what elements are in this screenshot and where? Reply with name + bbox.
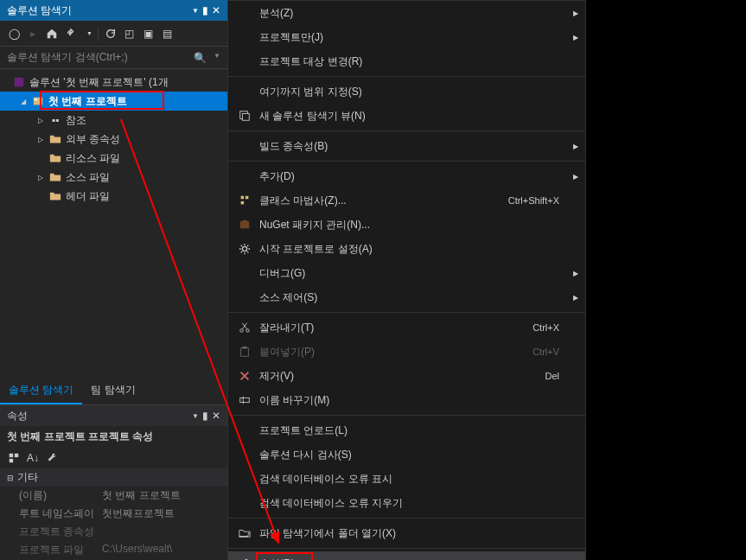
submenu-icon: ▶ [573, 270, 578, 277]
menu-item-시작프로젝트로설정a[interactable]: 시작 프로젝트로 설정(A) [228, 237, 585, 261]
back-icon[interactable]: ◯ [7, 27, 21, 41]
menu-item-새솔루션탐색기뷰n[interactable]: 새 솔루션 탐색기 뷰(N) [228, 104, 585, 128]
header-files-node[interactable]: 헤더 파일 [0, 187, 227, 206]
menu-item-솔루션다시검사s[interactable]: 솔루션 다시 검사(S) [228, 442, 585, 467]
props-row[interactable]: 루트 네임스페이첫번째프로젝트 [0, 505, 227, 523]
tab-solution-explorer[interactable]: 솔루션 탐색기 [0, 378, 82, 404]
pin-icon[interactable]: ▮ [202, 410, 208, 422]
svg-point-13 [240, 329, 244, 333]
refresh-icon[interactable] [104, 27, 118, 41]
references-icon: ▪▪ [48, 113, 62, 127]
menu-item-속성r[interactable]: 속성(R)Alt+Enter [228, 551, 585, 560]
source-files-node[interactable]: ▷ 소스 파일 [0, 168, 227, 187]
menu-label: 디버그(G) [259, 266, 559, 281]
menu-separator [228, 548, 585, 549]
props-key: 루트 네임스페이 [7, 506, 102, 521]
new-view-icon [235, 110, 254, 122]
menu-shortcut: Ctrl+V [532, 347, 559, 357]
context-menu: 분석(Z)▶프로젝트만(J)▶프로젝트 대상 변경(R)여기까지 범위 지정(S… [227, 0, 586, 560]
resource-files-node[interactable]: 리소스 파일 [0, 149, 227, 168]
expand-icon[interactable]: ◢ [21, 98, 31, 105]
props-row[interactable]: 프로젝트 파일C:\Users\wealt\ [0, 541, 227, 559]
svg-rect-7 [242, 113, 249, 120]
close-icon[interactable]: ✕ [212, 4, 220, 16]
menu-item-분석z[interactable]: 분석(Z)▶ [228, 1, 585, 25]
solution-node[interactable]: 솔루션 '첫 번째 프로젝트' (1개 [0, 73, 227, 92]
external-deps-node[interactable]: ▷ 외부 종속성 [0, 130, 227, 149]
close-icon[interactable]: ✕ [212, 410, 220, 422]
sync-icon[interactable] [64, 27, 78, 41]
search-dropdown-icon[interactable]: ▼ [214, 52, 220, 64]
svg-rect-2 [35, 99, 38, 100]
expand-icon[interactable]: ▷ [38, 136, 48, 143]
menu-item-프로젝트만j[interactable]: 프로젝트만(J)▶ [228, 25, 585, 49]
menu-highlight [256, 552, 313, 560]
props-category[interactable]: ⊟기타 [0, 468, 227, 487]
menu-item-프로젝트대상변경r[interactable]: 프로젝트 대상 변경(R) [228, 49, 585, 73]
menu-item-빌드종속성b[interactable]: 빌드 종속성(B)▶ [228, 134, 585, 158]
home-icon[interactable] [45, 27, 59, 41]
svg-rect-16 [242, 347, 246, 349]
collapse-icon[interactable]: ◰ [123, 27, 137, 41]
categorize-icon[interactable] [7, 451, 21, 465]
submenu-icon: ▶ [573, 294, 578, 302]
menu-separator [228, 130, 585, 131]
dropdown-icon[interactable]: ▼ [192, 7, 199, 15]
expand-icon[interactable]: ▷ [38, 174, 48, 181]
menu-item-제거v[interactable]: 제거(V)Del [228, 364, 585, 388]
menu-item-프로젝트언로드l[interactable]: 프로젝트 언로드(L) [228, 418, 585, 442]
props-row[interactable]: (이름)첫 번째 프로젝트 [0, 487, 227, 505]
menu-item-클래스마법사z[interactable]: 클래스 마법사(Z)...Ctrl+Shift+X [228, 188, 585, 213]
search-icon[interactable]: 🔍 [194, 52, 207, 64]
properties-icon[interactable]: ▤ [161, 27, 175, 41]
props-row[interactable]: 프로젝트 종속성 [0, 523, 227, 541]
az-sort-icon[interactable]: A↓ [26, 451, 40, 465]
props-value [102, 525, 220, 539]
submenu-icon: ▶ [573, 173, 578, 181]
menu-label: 솔루션 다시 검사(S) [259, 448, 559, 462]
paste-icon [235, 346, 254, 358]
menu-label: 추가(D) [259, 169, 559, 184]
solution-tree: 솔루션 '첫 번째 프로젝트' (1개 ◢ 첫 번째 프로젝트 ▷ ▪▪ 참조 … [0, 69, 227, 209]
rename-icon [235, 394, 254, 406]
show-all-icon[interactable]: ▣ [142, 27, 156, 41]
solution-icon [12, 75, 26, 89]
solution-toolbar: ◯ ▸ ▼ ◰ ▣ ▤ [0, 21, 227, 47]
menu-separator [228, 161, 585, 162]
references-node[interactable]: ▷ ▪▪ 참조 [0, 111, 227, 130]
menu-label: 프로젝트만(J) [259, 30, 559, 45]
pin-icon[interactable]: ▮ [202, 4, 208, 16]
menu-shortcut: Del [545, 371, 559, 381]
menu-label: 소스 제어(S) [259, 290, 559, 305]
menu-item-이름바꾸기m[interactable]: 이름 바꾸기(M) [228, 388, 585, 412]
folder-icon [48, 170, 62, 184]
wrench-icon[interactable] [45, 451, 59, 465]
dropdown-icon[interactable]: ▼ [192, 412, 199, 420]
forward-icon[interactable]: ▸ [26, 27, 40, 41]
menu-item-여기까지범위지정s[interactable]: 여기까지 범위 지정(S) [228, 80, 585, 104]
gear-icon [235, 243, 254, 255]
menu-item-nuget패키지관리n[interactable]: NuGet 패키지 관리(N)... [228, 213, 585, 237]
nuget-icon [235, 219, 254, 231]
svg-rect-10 [241, 201, 245, 205]
expand-icon[interactable]: ▷ [38, 117, 48, 124]
project-highlight [40, 91, 164, 110]
menu-label: 검색 데이터베이스 오류 표시 [259, 472, 559, 487]
menu-item-소스제어s[interactable]: 소스 제어(S)▶ [228, 285, 585, 309]
svg-rect-0 [15, 78, 24, 87]
menu-label: 검색 데이터베이스 오류 지우기 [259, 496, 559, 511]
menu-label: 잘라내기(T) [259, 321, 532, 335]
menu-item-잘라내기t[interactable]: 잘라내기(T)Ctrl+X [228, 315, 585, 340]
search-bar[interactable]: 솔루션 탐색기 검색(Ctrl+;) 🔍 ▼ [0, 47, 227, 69]
menu-separator [228, 415, 585, 416]
menu-item-검색데이터베이스오류지우기[interactable]: 검색 데이터베이스 오류 지우기 [228, 491, 585, 515]
menu-item-추가d[interactable]: 추가(D)▶ [228, 164, 585, 188]
menu-item-디버그g[interactable]: 디버그(G)▶ [228, 261, 585, 285]
menu-label: 파일 탐색기에서 폴더 열기(X) [259, 526, 559, 541]
menu-item-검색데이터베이스오류표시[interactable]: 검색 데이터베이스 오류 표시 [228, 467, 585, 491]
search-placeholder: 솔루션 탐색기 검색(Ctrl+;) [7, 50, 128, 65]
menu-separator [228, 312, 585, 313]
tab-team-explorer[interactable]: 팀 탐색기 [82, 378, 143, 404]
props-key: (이름) [7, 488, 102, 503]
menu-item-파일탐색기에서폴더열기x[interactable]: 파일 탐색기에서 폴더 열기(X) [228, 521, 585, 545]
